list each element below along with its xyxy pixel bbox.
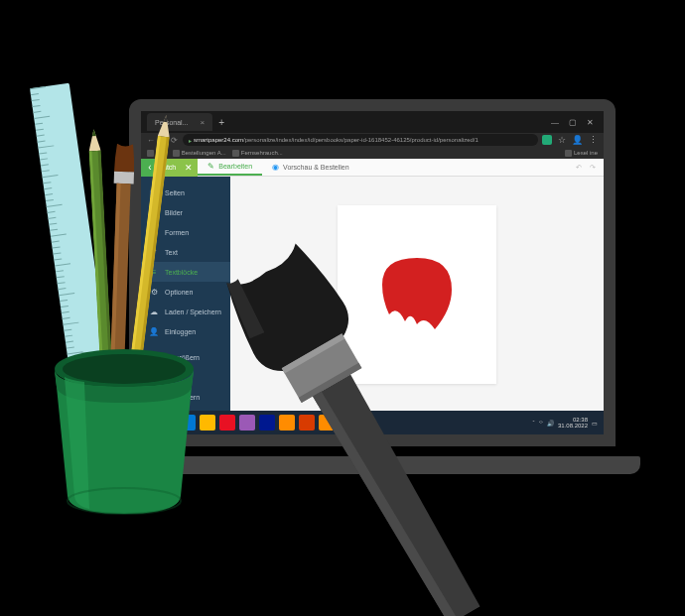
bookmark-item[interactable]: Bestellungen A... [173,150,226,157]
svg-point-14 [63,354,186,384]
taskbar-app[interactable] [239,415,255,431]
nav-back-icon[interactable]: ← [147,136,155,144]
close-icon[interactable]: ✕ [587,118,594,127]
svg-marker-1 [91,129,95,136]
window-controls: — ▢ ✕ [551,118,598,127]
extension-icon[interactable] [542,135,552,145]
pencil-cup [40,317,208,516]
url-path: /personalize/index/index/id/persbooks/pa… [243,137,479,143]
new-tab-button[interactable]: + [218,117,224,128]
menu-icon[interactable]: ⋮ [589,135,598,145]
svg-marker-9 [164,115,169,122]
tab-bar: Personal... × + — ▢ ✕ [141,111,604,133]
browser-chrome: Personal... × + — ▢ ✕ ← → ⟳ ▸ smartpaper… [141,111,604,159]
bookmark-favicon [565,150,572,157]
app-close-button[interactable]: ✕ [180,159,198,177]
redo-button[interactable]: ↷ [590,164,596,172]
address-bar: ← → ⟳ ▸ smartpaper24.com /personalize/in… [141,133,604,147]
bookmark-item[interactable]: Fernsehrauch... [232,150,283,157]
reload-icon[interactable]: ⟳ [171,136,179,144]
profile-icon[interactable]: 👤 [572,135,583,145]
url-input[interactable]: ▸ smartpaper24.com /personalize/index/in… [183,134,538,146]
tab-preview[interactable]: ◉ Vorschau & Bestellen [262,159,359,176]
notifications-icon[interactable]: ▭ [592,420,598,427]
maximize-icon[interactable]: ▢ [569,118,577,127]
eye-icon: ◉ [272,163,279,172]
bookmark-favicon [173,150,180,157]
bookmark-favicon [147,150,154,157]
undo-button[interactable]: ↶ [576,164,582,172]
svg-rect-5 [114,172,134,185]
pencil-icon: ✎ [207,162,214,171]
bookmarks-bar: Ar... Bestellungen A... Fernsehrauch... … [141,147,604,159]
taskbar-app[interactable] [219,415,235,431]
star-icon[interactable]: ☆ [558,135,566,145]
minimize-icon[interactable]: — [551,118,559,127]
tab-edit[interactable]: ✎ Bearbeiten [198,159,262,176]
cloud-icon: ☁ [149,307,159,316]
app-toolbar: ‹ atch ✕ ✎ Bearbeiten ◉ Vorschau & Beste… [141,159,604,177]
lock-icon: ▸ [189,137,192,144]
tab-close-icon[interactable]: × [200,118,205,127]
bookmark-user[interactable]: Lesel ine [565,150,598,157]
browser-tab[interactable]: Personal... × [147,113,212,131]
bookmark-favicon [232,150,239,157]
url-domain: smartpaper24.com [194,137,243,143]
